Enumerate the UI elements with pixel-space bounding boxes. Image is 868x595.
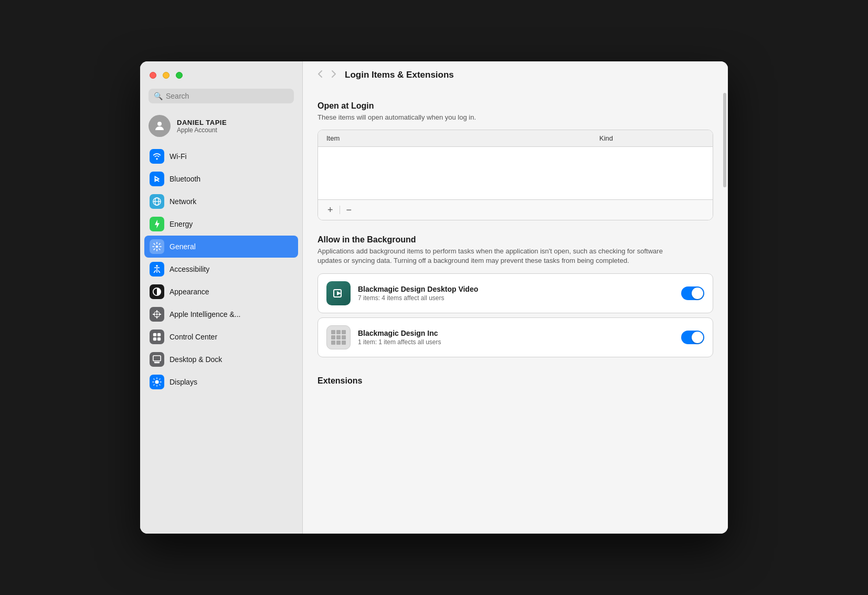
open-at-login-title: Open at Login	[317, 101, 713, 111]
open-at-login-subtitle: These items will open automatically when…	[317, 113, 713, 122]
accessibility-icon	[150, 262, 164, 277]
col-kind-header: Kind	[599, 134, 704, 142]
wifi-icon	[150, 149, 164, 164]
sidebar-label-displays: Displays	[170, 378, 197, 386]
maximize-button[interactable]	[176, 72, 183, 79]
table-header: Item Kind	[318, 130, 713, 147]
svg-rect-9	[153, 333, 156, 336]
sidebar-item-appearance[interactable]: Appearance	[144, 281, 298, 303]
login-items-table: Item Kind + −	[317, 130, 713, 220]
svg-marker-17	[337, 291, 341, 295]
col-item-header: Item	[326, 134, 599, 142]
bluetooth-icon	[150, 172, 164, 186]
sidebar-item-apple-intelligence[interactable]: Apple Intelligence &...	[144, 303, 298, 325]
remove-item-button[interactable]: −	[344, 204, 354, 216]
blackmagic-inc-detail: 1 item: 1 item affects all users	[358, 338, 674, 346]
table-footer: + −	[318, 199, 713, 220]
allow-background-title: Allow in the Background	[317, 235, 713, 245]
sidebar-item-control-center[interactable]: Control Center	[144, 326, 298, 348]
grid-cell	[331, 341, 335, 345]
main-content: Login Items & Extensions Open at Login T…	[303, 61, 728, 534]
grid-cell	[336, 335, 341, 339]
blackmagic-desktop-icon	[326, 281, 351, 305]
sidebar-label-bluetooth: Bluetooth	[170, 175, 200, 183]
user-subtitle: Apple Account	[177, 126, 227, 134]
sidebar-label-energy: Energy	[170, 220, 193, 228]
desktop-dock-icon	[150, 352, 164, 367]
avatar	[149, 115, 171, 137]
sidebar-label-accessibility: Accessibility	[170, 265, 209, 273]
sidebar-item-energy[interactable]: Energy	[144, 213, 298, 235]
control-center-icon	[150, 330, 164, 344]
blackmagic-inc-toggle[interactable]	[681, 331, 704, 344]
user-info: DANIEL TAPIE Apple Account	[177, 119, 227, 134]
svg-rect-13	[153, 356, 161, 361]
grid-cell	[331, 330, 335, 334]
sidebar-label-network: Network	[170, 197, 196, 206]
titlebar	[140, 61, 302, 89]
extensions-title: Extensions	[317, 372, 713, 386]
sidebar-item-desktop-dock[interactable]: Desktop & Dock	[144, 348, 298, 370]
sidebar-item-accessibility[interactable]: Accessibility	[144, 258, 298, 280]
sidebar-item-network[interactable]: Network	[144, 190, 298, 212]
blackmagic-inc-icon	[326, 325, 351, 349]
blackmagic-desktop-name: Blackmagic Design Desktop Video	[358, 285, 674, 293]
sidebar-label-wifi: Wi-Fi	[170, 152, 187, 161]
displays-icon	[150, 375, 164, 389]
sidebar-list: Wi-Fi Bluetooth Networ	[140, 145, 302, 525]
sidebar-label-apple-intelligence: Apple Intelligence &...	[170, 310, 240, 318]
svg-point-7	[156, 313, 158, 315]
minimize-button[interactable]	[163, 72, 170, 79]
apple-intelligence-icon	[150, 307, 164, 322]
footer-divider	[340, 206, 340, 214]
scrollbar-track[interactable]	[723, 93, 726, 408]
sidebar-item-displays[interactable]: Displays	[144, 371, 298, 393]
blackmagic-desktop-toggle[interactable]	[681, 286, 704, 300]
scrollbar-thumb[interactable]	[723, 93, 726, 187]
search-icon: 🔍	[154, 92, 163, 100]
svg-rect-10	[157, 333, 161, 336]
page-title: Login Items & Extensions	[345, 70, 454, 80]
grid-cell	[336, 341, 341, 345]
general-icon	[150, 239, 164, 254]
user-section[interactable]: DANIEL TAPIE Apple Account	[140, 110, 302, 145]
user-name: DANIEL TAPIE	[177, 119, 227, 126]
main-window: 🔍 DANIEL TAPIE Apple Account	[140, 61, 728, 534]
table-body	[318, 147, 713, 199]
svg-rect-12	[157, 337, 161, 341]
sidebar-item-wifi[interactable]: Wi-Fi	[144, 145, 298, 167]
blackmagic-inc-info: Blackmagic Design Inc 1 item: 1 item aff…	[358, 329, 674, 346]
grid-cell	[331, 335, 335, 339]
extensions-section: Extensions	[317, 372, 713, 386]
search-input[interactable]	[166, 92, 289, 100]
add-item-button[interactable]: +	[325, 204, 335, 216]
back-button[interactable]	[315, 69, 325, 82]
blackmagic-desktop-info: Blackmagic Design Desktop Video 7 items:…	[358, 285, 674, 302]
bg-app-blackmagic-inc: Blackmagic Design Inc 1 item: 1 item aff…	[317, 317, 713, 357]
bg-app-blackmagic-desktop: Blackmagic Design Desktop Video 7 items:…	[317, 273, 713, 313]
grid-cell	[336, 330, 341, 334]
sidebar-item-bluetooth[interactable]: Bluetooth	[144, 168, 298, 190]
allow-background-subtitle: Applications add background items to per…	[317, 247, 674, 265]
grid-cell	[342, 341, 346, 345]
svg-point-4	[156, 246, 158, 248]
grid-cell	[342, 335, 346, 339]
svg-point-15	[155, 380, 158, 384]
grid-cell	[342, 330, 346, 334]
network-icon	[150, 194, 164, 209]
sidebar-item-general[interactable]: General	[144, 236, 298, 258]
svg-point-0	[157, 122, 162, 126]
allow-background-section: Allow in the Background Applications add…	[317, 235, 713, 357]
svg-point-5	[156, 265, 158, 267]
energy-icon	[150, 217, 164, 231]
svg-rect-14	[154, 362, 160, 364]
blackmagic-inc-name: Blackmagic Design Inc	[358, 329, 674, 337]
content-body: Open at Login These items will open auto…	[303, 89, 728, 534]
open-at-login-section: Open at Login These items will open auto…	[317, 101, 713, 220]
forward-button[interactable]	[329, 69, 338, 82]
svg-rect-11	[153, 337, 156, 341]
blackmagic-desktop-detail: 7 items: 4 items affect all users	[358, 294, 674, 302]
grid-icon	[328, 327, 349, 348]
close-button[interactable]	[150, 72, 156, 79]
search-bar[interactable]: 🔍	[149, 89, 294, 103]
